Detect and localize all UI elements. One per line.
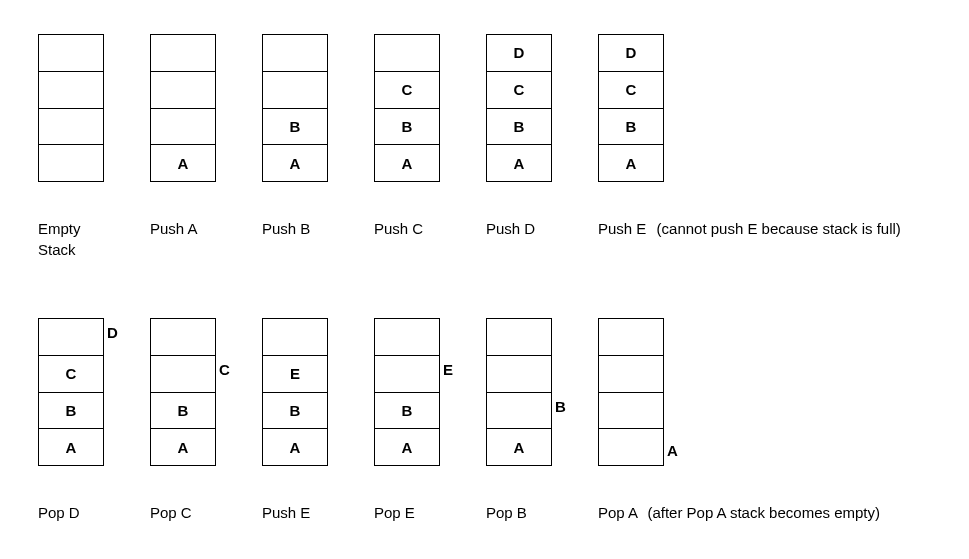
stack-cell: C (39, 355, 103, 392)
stack-label: Push B (262, 218, 374, 239)
label-line1: Pop D (38, 504, 80, 521)
stack-cell (599, 392, 663, 429)
stack-pop-d: A B C D (38, 318, 104, 466)
stack-empty (38, 34, 104, 182)
stack-push-b: A B (262, 34, 328, 182)
label-line1: Push E (262, 504, 310, 521)
stack-cell (487, 355, 551, 392)
stack-column: A (150, 34, 262, 182)
stack-cell: A (39, 428, 103, 465)
label-line1: Empty (38, 220, 81, 237)
stack-cell: A (263, 144, 327, 181)
stack-label: Pop D (38, 502, 150, 523)
top-stacks-row: A A B A B C A B C D A B (38, 34, 710, 182)
stack-cell: B (263, 392, 327, 429)
stack-push-d: A B C D (486, 34, 552, 182)
label-line1: Push B (262, 220, 310, 237)
stack-cell: E (263, 355, 327, 392)
stack-cell: A (263, 428, 327, 465)
popped-element: A (667, 442, 678, 459)
stack-cell (39, 71, 103, 108)
stack-label: Empty Stack (38, 218, 150, 260)
stack-column: A B C D (38, 318, 150, 466)
label-extra-note: (after Pop A stack becomes empty) (647, 504, 880, 521)
stack-cell (151, 34, 215, 71)
stack-cell (263, 318, 327, 355)
stack-label: Push E (cannot push E because stack is f… (598, 218, 901, 239)
label-line1: Push C (374, 220, 423, 237)
stack-push-e-full: A B C D (598, 34, 664, 182)
stack-label: Pop B (486, 502, 598, 523)
stack-cell (375, 355, 439, 392)
label-line1: Pop E (374, 504, 415, 521)
stack-cell: A (487, 428, 551, 465)
stack-column: A B C D (486, 34, 598, 182)
stack-cell: B (39, 392, 103, 429)
stack-cell (599, 355, 663, 392)
stack-cell: A (151, 428, 215, 465)
label-line1: Push E (598, 220, 646, 237)
label-line1: Push D (486, 220, 535, 237)
stack-cell: C (375, 71, 439, 108)
bottom-labels-row: Pop D Pop C Push E Pop E Pop B Pop A (af… (38, 502, 880, 523)
stack-cell (151, 71, 215, 108)
stack-cell: A (151, 144, 215, 181)
stack-label: Push D (486, 218, 598, 239)
stack-cell: B (375, 108, 439, 145)
stack-cell (151, 355, 215, 392)
stack-push-a: A (150, 34, 216, 182)
label-extra-note: (cannot push E because stack is full) (657, 220, 901, 237)
label-line1: Pop C (150, 504, 192, 521)
stack-cell (39, 144, 103, 181)
stack-cell: D (487, 34, 551, 71)
stack-pop-e: A B E (374, 318, 440, 466)
stack-column: A B E (262, 318, 374, 466)
stack-label: Push A (150, 218, 262, 239)
stack-cell (151, 108, 215, 145)
popped-element: B (555, 398, 566, 415)
stack-cell (39, 34, 103, 71)
stack-cell: C (487, 71, 551, 108)
stack-cell (375, 34, 439, 71)
stack-cell (151, 318, 215, 355)
stack-cell: B (487, 108, 551, 145)
popped-element: C (219, 361, 230, 378)
stack-cell (263, 34, 327, 71)
stack-column (38, 34, 150, 182)
stack-pop-c: A B C (150, 318, 216, 466)
popped-element: E (443, 361, 453, 378)
stack-cell: B (375, 392, 439, 429)
stack-cell (39, 108, 103, 145)
stack-cell (263, 71, 327, 108)
stack-column: A B (486, 318, 598, 466)
stack-label: Pop C (150, 502, 262, 523)
stack-cell: A (375, 144, 439, 181)
stack-pop-b: A B (486, 318, 552, 466)
stack-cell: A (487, 144, 551, 181)
stack-column: A B C D (598, 34, 710, 182)
stack-push-e: A B E (262, 318, 328, 466)
popped-element: D (107, 324, 118, 341)
stack-cell (599, 428, 663, 465)
top-labels-row: Empty Stack Push A Push B Push C Push D … (38, 218, 901, 260)
stack-label: Push C (374, 218, 486, 239)
stack-cell: B (151, 392, 215, 429)
stack-column: A (598, 318, 710, 466)
stack-column: A B C (374, 34, 486, 182)
stack-cell (487, 318, 551, 355)
stack-label: Push E (262, 502, 374, 523)
stack-column: A B (262, 34, 374, 182)
label-line1: Push A (150, 220, 198, 237)
stack-column: A B C (150, 318, 262, 466)
label-line2: Stack (38, 241, 76, 258)
stack-pop-a: A (598, 318, 664, 466)
bottom-stacks-row: A B C D A B C A B E A B E (38, 318, 710, 466)
stack-push-c: A B C (374, 34, 440, 182)
stack-label: Pop E (374, 502, 486, 523)
stack-cell (487, 392, 551, 429)
stack-cell: B (263, 108, 327, 145)
stack-column: A B E (374, 318, 486, 466)
stack-label: Pop A (after Pop A stack becomes empty) (598, 502, 880, 523)
stack-cell (375, 318, 439, 355)
stack-cell (39, 318, 103, 355)
